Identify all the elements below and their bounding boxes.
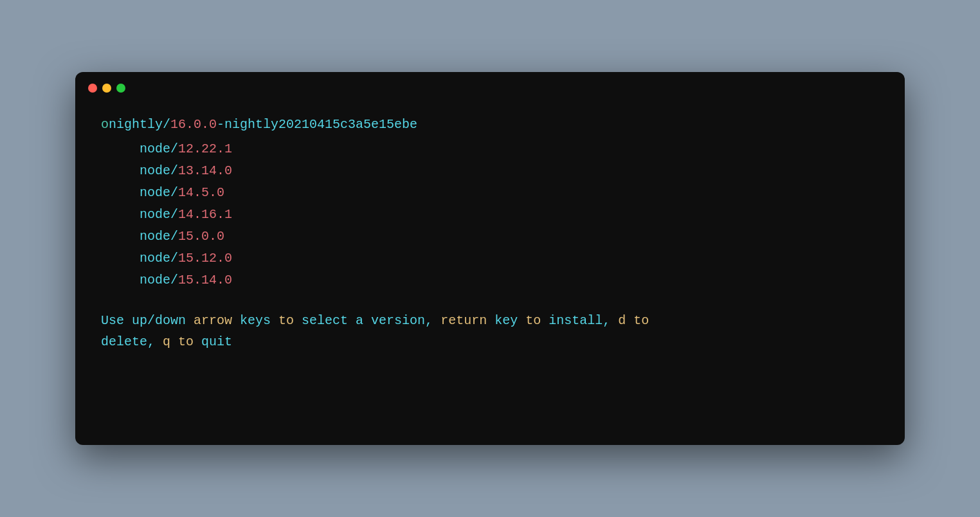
help-line-1: Use up/down arrow keys to select a versi… <box>101 310 840 331</box>
nightly-prefix: o <box>101 114 109 135</box>
node-prefix-0: node/ <box>140 139 178 159</box>
title-bar <box>75 72 905 102</box>
node-version-1: 13.14.0 <box>178 161 232 181</box>
node-line-6: node/15.14.0 <box>101 270 879 291</box>
help-text-delete: delete, <box>101 334 163 349</box>
node-version-3: 14.16.1 <box>178 204 232 225</box>
node-line-0: node/12.22.1 <box>101 139 879 159</box>
node-prefix-2: node/ <box>140 183 178 203</box>
node-version-2: 14.5.0 <box>178 183 224 203</box>
nightly-suffix: -nightly20210415c3a5e15ebe <box>217 114 417 135</box>
help-keyword-to1: to <box>278 313 294 328</box>
node-version-5: 15.12.0 <box>178 248 232 269</box>
node-line-2: node/14.5.0 <box>101 183 879 203</box>
help-text-to3 <box>626 313 633 328</box>
node-version-0: 12.22.1 <box>178 139 232 159</box>
help-text-select: select a version, <box>294 313 440 328</box>
node-version-6: 15.14.0 <box>178 270 232 291</box>
help-keyword-arrow: arrow <box>194 313 232 328</box>
nightly-version: 16.0.0 <box>170 114 217 135</box>
help-line-2: delete, q to quit <box>101 331 840 352</box>
terminal-body: o nightly/16.0.0-nightly20210415c3a5e15e… <box>75 102 905 378</box>
help-keyword-q: q <box>163 334 170 349</box>
node-version-4: 15.0.0 <box>178 226 224 247</box>
help-text-to-quit <box>170 334 178 349</box>
maximize-button[interactable] <box>116 84 125 93</box>
help-keyword-return: return <box>440 313 487 328</box>
node-prefix-6: node/ <box>140 270 178 291</box>
node-line-1: node/13.14.0 <box>101 161 879 181</box>
node-line-4: node/15.0.0 <box>101 226 879 247</box>
help-keyword-d: d <box>618 313 626 328</box>
close-button[interactable] <box>88 84 97 93</box>
help-keyword-to2: to <box>525 313 541 328</box>
terminal-window: o nightly/16.0.0-nightly20210415c3a5e15e… <box>75 72 905 445</box>
node-prefix-4: node/ <box>140 226 178 247</box>
node-line-5: node/15.12.0 <box>101 248 879 269</box>
help-text-use: Use up/down <box>101 313 194 328</box>
minimize-button[interactable] <box>102 84 111 93</box>
help-keyword-to3: to <box>633 313 649 328</box>
help-keyword-to4: to <box>178 334 194 349</box>
help-text-keys: keys <box>232 313 278 328</box>
node-line-3: node/14.16.1 <box>101 204 879 225</box>
help-text-key: key <box>487 313 525 328</box>
nightly-line: o nightly/16.0.0-nightly20210415c3a5e15e… <box>101 114 879 135</box>
help-text-quit: quit <box>194 334 232 349</box>
node-prefix-5: node/ <box>140 248 178 269</box>
node-prefix-3: node/ <box>140 204 178 225</box>
nightly-label: nightly/ <box>109 114 170 135</box>
help-text-install: install, <box>541 313 618 328</box>
help-text: Use up/down arrow keys to select a versi… <box>101 310 840 352</box>
node-prefix-1: node/ <box>140 161 178 181</box>
